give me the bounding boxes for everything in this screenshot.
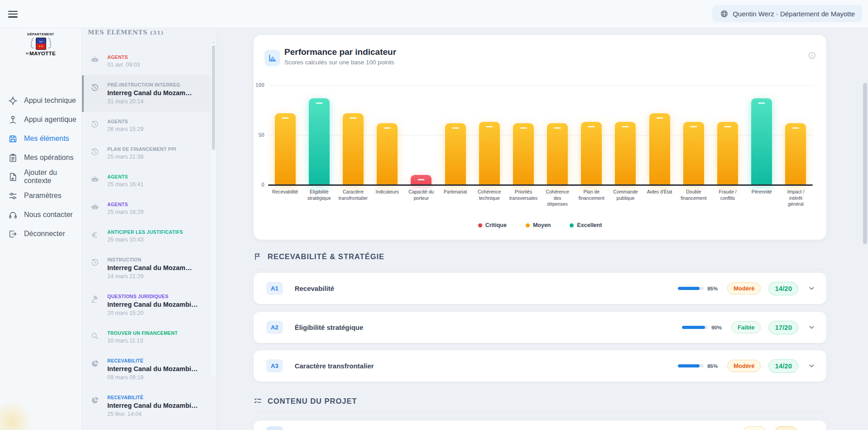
sidebar-item-label: Mes éléments — [24, 135, 69, 143]
bar-indicateurs[interactable] — [377, 123, 398, 185]
bar-perennite[interactable] — [751, 98, 772, 185]
menu-button[interactable] — [6, 7, 20, 20]
pie-icon — [91, 359, 99, 381]
score-badge: 14/20 — [768, 359, 798, 373]
bar-recevabilite[interactable] — [275, 113, 296, 185]
sidebar-item-nous-contacter[interactable]: Nous contacter — [0, 205, 82, 224]
list-item[interactable]: RECEVABILITÉInterreg Canal du Mozambi…09… — [82, 351, 211, 388]
search-icon — [91, 332, 99, 344]
list-item[interactable]: PRÉ-INSTRUCTION INTERREGInterreg Canal d… — [82, 75, 211, 112]
sidebar-item-label: Mes opérations — [24, 154, 73, 162]
x-axis-label: Éligibilité stratégique — [302, 189, 336, 208]
indicator-row-a1[interactable]: A1Recevabilité85%Modéré14/20 — [254, 273, 826, 304]
list-item-title: Interreg Canal du Mozambi… — [107, 365, 198, 373]
severity-badge: Faible — [731, 321, 761, 333]
indicator-row-partial[interactable] — [254, 420, 826, 430]
list-item-date: 31 mars 20:14 — [107, 98, 192, 105]
history-icon — [91, 83, 99, 105]
list-item-category: RECEVABILITÉ — [107, 358, 198, 364]
elements-panel: MES ÉLÉMENTS (31) AGENTS01 avr. 09:03PRÉ… — [82, 28, 217, 430]
list-item-category: ANTICIPER LES JUSTIFICATIFS — [107, 229, 183, 235]
x-axis-label: Caractère transfrontalier — [336, 189, 370, 208]
bar-aides-d-etat[interactable] — [649, 113, 670, 185]
severity-badge: Modéré — [727, 282, 761, 295]
list-item-category: PLAN DE FINANCEMENT PPI — [107, 146, 176, 152]
scrollbar-thumb[interactable] — [212, 45, 215, 150]
sidebar-item-label: Appui technique — [24, 97, 76, 105]
bar-partenariat[interactable] — [445, 123, 466, 185]
sidebar-item-parametres[interactable]: Paramètres — [0, 186, 82, 205]
chevron-down-icon[interactable] — [808, 362, 815, 370]
list-item[interactable]: TROUVER UN FINANCEMENT — [82, 425, 211, 430]
x-axis-label: Cohérence technique — [472, 189, 506, 208]
list-item-category: AGENTS — [107, 119, 144, 125]
chevron-down-icon[interactable] — [808, 324, 815, 331]
bar-plan-de-financement[interactable] — [581, 122, 602, 185]
list-item[interactable]: INSTRUCTIONInterreg Canal du Mozam…24 ma… — [82, 250, 211, 287]
bar-double-financement[interactable] — [683, 122, 704, 185]
list-item[interactable]: AGENTS01 avr. 09:03 — [82, 48, 211, 75]
code-badge-partial — [266, 426, 283, 430]
bar-slot — [779, 85, 813, 185]
list-item[interactable]: RECEVABILITÉInterreg Canal du Mozambi…25… — [82, 388, 211, 425]
bar-slot — [268, 85, 302, 185]
sliders-icon — [8, 191, 18, 201]
sidebar-item-label: Paramètres — [24, 192, 62, 200]
history-icon — [91, 148, 99, 160]
scrollbar-up-arrow[interactable]: ▲ — [212, 41, 215, 43]
list-item-category: QUESTIONS JURIDIQUES — [107, 294, 198, 300]
indicator-row-a2[interactable]: A2Éligibilité stratégique90%Faible17/20 — [254, 312, 826, 343]
list-item-date: 25 mars 10:43 — [107, 237, 183, 243]
list-item-title: Interreg Canal du Mozam… — [107, 264, 192, 272]
list-item[interactable]: QUESTIONS JURIDIQUESInterreg Canal du Mo… — [82, 287, 211, 324]
user-label: Quentin Werz · Département de Mayotte — [733, 10, 855, 18]
robot-icon — [91, 175, 99, 188]
user-account-button[interactable]: Quentin Werz · Département de Mayotte — [712, 5, 863, 22]
x-axis-line — [268, 184, 813, 186]
panel-title: MES ÉLÉMENTS (31) — [88, 29, 163, 36]
legend-item-moyen: Moyen — [526, 222, 551, 228]
code-badge: A1 — [266, 282, 283, 295]
page-scrollbar[interactable] — [863, 83, 867, 244]
x-axis-label: Capacité du porteur — [404, 189, 438, 208]
bar-priorites-transversales[interactable] — [513, 123, 534, 185]
indicator-label: Recevabilité — [295, 285, 335, 292]
list-item-date: 24 mars 21:29 — [107, 273, 192, 280]
list-item[interactable]: TROUVER UN FINANCEMENT10 mars 11:13 — [82, 324, 211, 351]
bar-capacite-du-porteur[interactable] — [411, 175, 432, 185]
sidebar-item-appui-agentique[interactable]: Appui agentique — [0, 110, 82, 129]
sidebar-item-appui-technique[interactable]: Appui technique — [0, 91, 82, 110]
list-item-title: Interreg Canal du Mozambi… — [107, 402, 198, 410]
list-item[interactable]: AGENTS25 mars 16:29 — [82, 195, 211, 222]
chart-plot: 050100 — [268, 85, 813, 185]
info-icon[interactable] — [808, 51, 816, 60]
sidebar-item-mes-elements[interactable]: Mes éléments — [0, 129, 82, 148]
bar-impact-interet-general[interactable] — [785, 123, 806, 185]
sidebar-item-mes-operations[interactable]: Mes opérations — [0, 148, 82, 167]
progress-bar — [678, 287, 704, 290]
sidebar-item-ajouter-du-contexte[interactable]: Ajouter du contexte — [0, 167, 82, 186]
bar-eligibilite-strategique[interactable] — [309, 98, 330, 185]
progress-percent: 85% — [707, 363, 724, 369]
sidebar-item-deconnecter[interactable]: Déconnecter — [0, 224, 82, 243]
flag-icon — [254, 252, 262, 261]
sidebar-item-label: Déconnecter — [24, 230, 65, 238]
globe-icon — [720, 10, 729, 18]
bar-slot — [676, 85, 710, 185]
list-item-date: 25 mars 16:29 — [107, 209, 144, 216]
chevron-down-icon[interactable] — [808, 285, 815, 292]
bar-fraude-conflits[interactable] — [717, 122, 738, 185]
indicator-label: Caractère transfrontalier — [295, 362, 374, 370]
bar-caractere-transfrontalier[interactable] — [343, 113, 364, 185]
bar-coherence-des-depenses[interactable] — [547, 123, 568, 185]
bar-coherence-technique[interactable] — [479, 122, 500, 185]
indicator-row-a3[interactable]: A3Caractère transfrontalier85%Modéré14/2… — [254, 350, 826, 382]
panel-scrollbar[interactable]: ▲ — [211, 41, 216, 376]
legend-item-excellent: Excellent — [570, 222, 602, 228]
list-item[interactable]: AGENTS26 mars 15:29 — [82, 112, 211, 140]
list-item[interactable]: AGENTS25 mars 16:41 — [82, 167, 211, 195]
list-item[interactable]: PLAN DE FINANCEMENT PPI25 mars 21:38 — [82, 140, 211, 167]
bar-commande-publique[interactable] — [615, 122, 636, 185]
list-item[interactable]: ANTICIPER LES JUSTIFICATIFS25 mars 10:43 — [82, 222, 211, 250]
bar-slot — [404, 85, 438, 185]
